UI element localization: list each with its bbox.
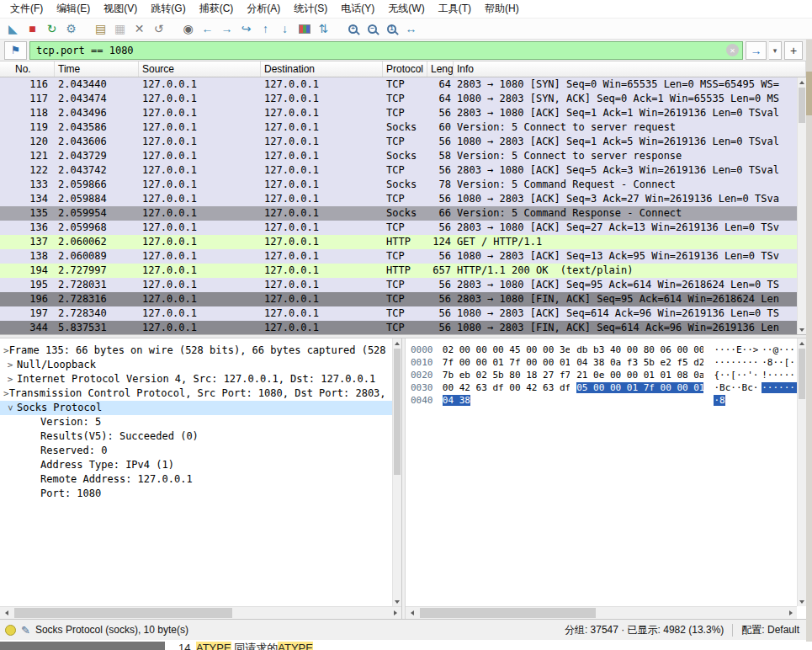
go-to-bottom-button[interactable]: ↓ <box>275 19 295 38</box>
menu-item-statistics[interactable]: 统计(S) <box>287 0 334 19</box>
packet-row[interactable]: 1942.727997127.0.0.1127.0.0.1HTTP657HTTP… <box>0 264 806 278</box>
column-header-lengtl[interactable]: Lengtl <box>427 61 454 77</box>
details-scroll-thumb[interactable] <box>394 349 401 475</box>
scroll-down-icon[interactable] <box>393 597 401 606</box>
column-header-time[interactable]: Time <box>55 61 139 77</box>
column-header-protocol[interactable]: Protocol <box>383 61 427 77</box>
packet-row[interactable]: 1362.059968127.0.0.1127.0.0.1TCP562803 →… <box>0 221 806 235</box>
packet-list-scrollbar[interactable] <box>797 77 806 334</box>
filter-apply-button[interactable]: → <box>746 41 767 60</box>
scroll-up-icon[interactable] <box>393 338 401 348</box>
colorize-toggle-button[interactable] <box>295 19 314 38</box>
packet-row[interactable]: 1962.728316127.0.0.1127.0.0.1TCP562803 →… <box>0 292 806 306</box>
hex-row[interactable]: 00207b eb 02 5b 80 18 27 f721 0e 00 00 0… <box>411 369 806 381</box>
packet-row[interactable]: 1342.059884127.0.0.1127.0.0.1TCP561080 →… <box>0 192 806 206</box>
expander-icon[interactable]: > <box>3 358 17 372</box>
start-capture-button[interactable]: ◣ <box>3 19 23 38</box>
filter-clear-icon[interactable]: ✕ <box>726 44 739 56</box>
filter-bookmark-button[interactable]: ⚑ <box>4 41 27 60</box>
expander-icon[interactable]: > <box>3 372 17 386</box>
packet-row[interactable]: 1162.043440127.0.0.1127.0.0.1TCP642803 →… <box>0 77 806 92</box>
capture-comment-icon[interactable]: ✎ <box>21 624 30 637</box>
detail-row[interactable]: >Socks Protocol <box>0 401 401 415</box>
packet-row[interactable]: 1372.060062127.0.0.1127.0.0.1HTTP124GET … <box>0 235 806 249</box>
zoom-out-button[interactable]: − <box>363 19 382 38</box>
packet-row[interactable]: 3445.837531127.0.0.1127.0.0.1TCP561080 →… <box>0 321 806 335</box>
auto-scroll-toggle-button[interactable]: ⇅ <box>314 19 333 38</box>
filter-history-dropdown[interactable]: ▾ <box>769 41 782 60</box>
display-filter-input[interactable]: tcp.port == 1080 ✕ <box>29 41 743 60</box>
packet-row[interactable]: 1192.043586127.0.0.1127.0.0.1Socks60Vers… <box>0 120 806 135</box>
details-scrollbar[interactable] <box>392 338 401 606</box>
scroll-down-icon[interactable] <box>798 597 806 606</box>
menu-item-wireless[interactable]: 无线(W) <box>381 0 431 19</box>
details-hscrollbar[interactable] <box>0 606 401 619</box>
packet-row[interactable]: 1212.043729127.0.0.1127.0.0.1Socks58Vers… <box>0 149 806 163</box>
go-to-top-button[interactable]: ↑ <box>256 19 275 38</box>
packet-row[interactable]: 1182.043496127.0.0.1127.0.0.1TCP562803 →… <box>0 106 806 120</box>
hex-row[interactable]: 00107f 00 00 01 7f 00 00 0104 38 0a f3 5… <box>411 356 806 369</box>
expert-info-icon[interactable] <box>5 625 16 636</box>
zoom-in-button[interactable]: + <box>343 19 363 38</box>
hex-row[interactable]: 003000 42 63 df 00 42 63 df05 00 00 01 7… <box>411 381 806 394</box>
detail-row[interactable]: Port: 1080 <box>0 487 401 501</box>
detail-row[interactable]: Version: 5 <box>0 415 401 429</box>
hex-row[interactable]: 000002 00 00 00 45 00 00 3edb b3 40 00 8… <box>411 344 806 356</box>
scroll-left-icon[interactable] <box>406 607 418 619</box>
packet-row[interactable]: 1952.728031127.0.0.1127.0.0.1TCP562803 →… <box>0 278 806 292</box>
bytes-hscroll-thumb[interactable] <box>420 608 596 618</box>
packet-row[interactable]: 1352.059954127.0.0.1127.0.0.1Socks66Vers… <box>0 206 806 221</box>
column-header-info[interactable]: Info <box>454 61 806 77</box>
stop-capture-button[interactable]: ■ <box>23 19 42 38</box>
column-header-no[interactable]: No. <box>0 61 55 77</box>
hex-row[interactable]: 004004 38·8 <box>411 394 806 407</box>
detail-row[interactable]: >Internet Protocol Version 4, Src: 127.0… <box>0 372 401 386</box>
menu-item-tools[interactable]: 工具(T) <box>432 0 478 19</box>
capture-options-button[interactable]: ⚙ <box>61 19 81 38</box>
expander-icon[interactable]: > <box>3 386 9 401</box>
detail-row[interactable]: Results(V5): Succeeded (0) <box>0 429 401 444</box>
close-file-button[interactable]: ✕ <box>130 19 149 38</box>
column-header-destination[interactable]: Destination <box>261 61 383 77</box>
detail-row[interactable]: >Transmission Control Protocol, Src Port… <box>0 386 401 401</box>
menu-item-capture[interactable]: 捕获(C) <box>193 0 241 19</box>
go-to-packet-button[interactable]: ↪ <box>236 19 256 38</box>
packet-row[interactable]: 1202.043606127.0.0.1127.0.0.1TCP561080 →… <box>0 135 806 149</box>
expander-icon[interactable]: > <box>3 402 18 415</box>
column-header-source[interactable]: Source <box>139 61 261 77</box>
bytes-hscrollbar[interactable] <box>406 606 797 619</box>
scroll-up-icon[interactable] <box>798 77 806 87</box>
packet-row[interactable]: 1222.043742127.0.0.1127.0.0.1TCP562803 →… <box>0 163 806 178</box>
menu-item-analyze[interactable]: 分析(A) <box>240 0 287 19</box>
scroll-up-icon[interactable] <box>798 338 806 348</box>
go-forward-button[interactable]: → <box>217 19 236 38</box>
packet-row[interactable]: 1382.060089127.0.0.1127.0.0.1TCP561080 →… <box>0 249 806 264</box>
menu-item-view[interactable]: 视图(V) <box>97 0 144 19</box>
packet-list-scroll-thumb[interactable] <box>799 88 805 123</box>
menu-item-file[interactable]: 文件(F) <box>3 0 50 19</box>
menu-item-help[interactable]: 帮助(H) <box>478 0 526 19</box>
expander-icon[interactable]: > <box>3 344 9 358</box>
save-file-button[interactable]: ▦ <box>110 19 130 38</box>
filter-add-button[interactable]: + <box>784 41 803 60</box>
scroll-right-icon[interactable] <box>389 607 401 619</box>
bytes-scrollbar[interactable] <box>797 338 806 606</box>
find-packet-button[interactable]: ◉ <box>178 19 198 38</box>
details-hscroll-thumb[interactable] <box>14 608 232 618</box>
menu-item-telephony[interactable]: 电话(Y) <box>334 0 381 19</box>
menu-item-edit[interactable]: 编辑(E) <box>50 0 97 19</box>
scroll-right-icon[interactable] <box>784 607 797 619</box>
packet-row[interactable]: 1332.059866127.0.0.1127.0.0.1Socks78Vers… <box>0 178 806 192</box>
packet-row[interactable]: 1172.043474127.0.0.1127.0.0.1TCP641080 →… <box>0 92 806 106</box>
detail-row[interactable]: Reserved: 0 <box>0 444 401 458</box>
bytes-scroll-thumb[interactable] <box>799 349 805 399</box>
resize-columns-button[interactable]: ↔ <box>401 19 421 38</box>
detail-row[interactable]: >Frame 135: 66 bytes on wire (528 bits),… <box>0 344 401 358</box>
open-file-button[interactable]: ▤ <box>91 19 110 38</box>
status-profile[interactable]: 配置: Default <box>741 623 799 637</box>
scroll-left-icon[interactable] <box>0 607 13 619</box>
restart-capture-button[interactable]: ↻ <box>42 19 61 38</box>
zoom-reset-button[interactable]: 1 <box>382 19 401 38</box>
menu-item-go[interactable]: 跳转(G) <box>144 0 192 19</box>
reload-button[interactable]: ↺ <box>149 19 168 38</box>
